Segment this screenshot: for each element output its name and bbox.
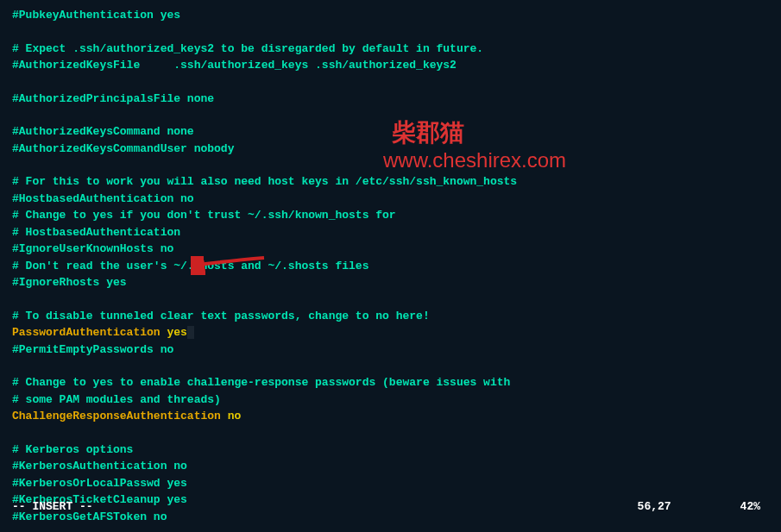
config-line: #KerberosOrLocalPasswd yes [12,475,769,492]
config-line: #PermitEmptyPasswords no [12,341,769,359]
watermark-url: www.cheshirex.com [383,145,566,176]
config-line: # Kerberos options [12,441,769,459]
config-key: PasswordAuthentication [12,326,167,339]
config-line: # HostbasedAuthentication [12,224,769,241]
scroll-percentage: 42% [740,498,760,516]
blank-line [12,107,769,123]
blank-line [12,425,769,441]
arrow-icon [191,256,268,275]
config-line: # Change to yes if you don't trust ~/.ss… [12,207,769,224]
blank-line [12,358,769,374]
config-line: #IgnoreRhosts yes [12,274,769,291]
config-line: #AuthorizedPrincipalsFile none [12,91,769,108]
terminal-editor[interactable]: #PubkeyAuthentication yes # Expect .ssh/… [0,0,781,532]
config-line: #AuthorizedKeysFile .ssh/authorized_keys… [12,57,769,74]
vim-mode: -- INSERT -- [12,498,93,516]
config-key: ChallengeResponseAuthentication [12,410,228,422]
blank-line [12,525,769,532]
vim-status-line: -- INSERT -- 56,27 42% [12,498,769,516]
config-line: #KerberosAuthentication no [12,458,769,475]
config-line: # Expect .ssh/authorized_keys2 to be dis… [12,41,769,58]
config-line: #AuthorizedKeysCommand none [12,123,769,141]
active-config-line: ChallengeResponseAuthentication no [12,408,769,425]
config-line: #PubkeyAuthentication yes [12,7,769,24]
blank-line [12,74,769,91]
config-line: # Change to yes to enable challenge-resp… [12,374,769,391]
blank-line [12,24,769,41]
blank-line [12,291,769,308]
cursor-icon [187,326,194,339]
config-value: no [228,410,242,422]
active-config-line: PasswordAuthentication yes [12,324,769,341]
config-line: #HostbasedAuthentication no [12,191,769,208]
config-value: yes [167,326,186,339]
config-line: # Don't read the user's ~/.rhosts and ~/… [12,258,769,275]
config-line: # some PAM modules and threads) [12,391,769,409]
config-line: # To disable tunneled clear text passwor… [12,308,769,325]
cursor-position: 56,27 [638,498,671,516]
config-line: #IgnoreUserKnownHosts no [12,241,769,258]
